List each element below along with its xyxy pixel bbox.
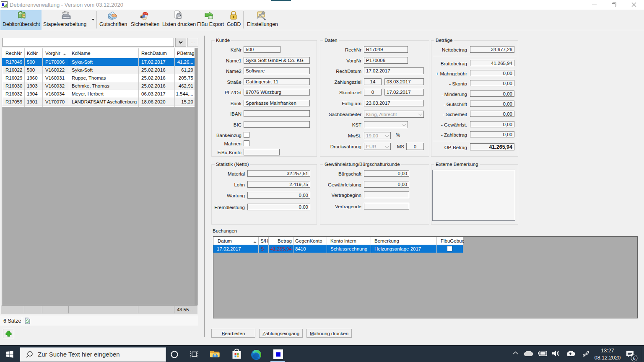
svg-text:6: 6 [633,356,635,361]
